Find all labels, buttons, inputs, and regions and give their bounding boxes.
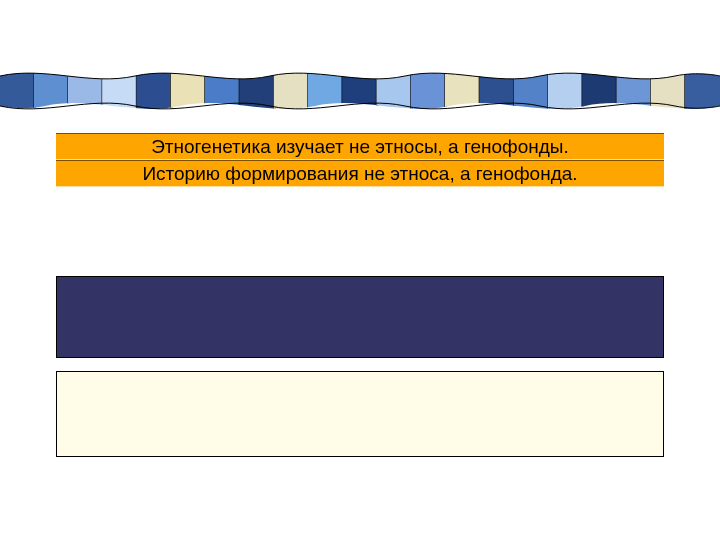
svg-rect-7	[239, 68, 275, 114]
svg-rect-4	[136, 68, 172, 114]
title-bar-line1: Этногенетика изучает не этносы, а генофо…	[56, 133, 664, 160]
svg-rect-0	[0, 68, 35, 114]
content-box-dark	[56, 276, 664, 358]
svg-rect-9	[308, 68, 344, 114]
svg-rect-1	[33, 68, 69, 114]
svg-rect-20	[685, 68, 720, 114]
svg-rect-15	[513, 68, 549, 114]
svg-rect-5	[170, 68, 206, 114]
svg-rect-17	[582, 68, 618, 114]
presentation-slide: Этногенетика изучает не этносы, а генофо…	[0, 0, 720, 540]
decorative-ribbon	[0, 68, 720, 114]
title-bar-line2: Историю формирования не этноса, а генофо…	[56, 160, 664, 187]
svg-rect-11	[376, 68, 412, 114]
svg-rect-8	[273, 68, 309, 114]
svg-rect-19	[650, 68, 686, 114]
svg-rect-10	[342, 68, 378, 114]
svg-rect-13	[445, 68, 481, 114]
svg-rect-18	[616, 68, 652, 114]
svg-rect-12	[410, 68, 446, 114]
title-text-line1: Этногенетика изучает не этносы, а генофо…	[151, 137, 569, 156]
svg-rect-3	[102, 68, 138, 114]
svg-rect-14	[479, 68, 515, 114]
svg-rect-2	[68, 68, 104, 114]
content-box-cream	[56, 371, 664, 457]
title-text-line2: Историю формирования не этноса, а генофо…	[142, 164, 577, 183]
svg-rect-6	[205, 68, 241, 114]
svg-rect-16	[548, 68, 584, 114]
